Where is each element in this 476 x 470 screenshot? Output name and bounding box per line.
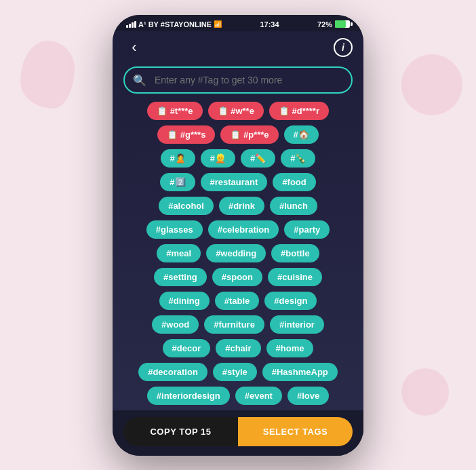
tag-item[interactable]: #cuisine [268,268,322,286]
tag-item[interactable]: #👱 [201,149,235,168]
tag-item[interactable]: #interiordesign [147,387,230,405]
tag-row: #decor#chair#home [121,339,355,357]
tag-item[interactable]: #bottle [271,244,319,262]
back-button[interactable]: ‹ [123,37,145,58]
status-bar: A¹ BY #STAYONLINE 📶 17:34 72% [113,15,363,31]
search-container: 🔍 [123,66,353,94]
tag-item[interactable]: #celebration [208,220,279,239]
decorative-blob-topright [401,54,462,115]
carrier-name: A¹ BY #STAYONLINE [138,20,212,28]
bottom-bar: COPY TOP 15 SELECT TAGS [113,410,363,456]
tag-row: #alcohol#drink#lunch [121,197,355,215]
signal-bar-1 [126,25,128,28]
tag-item[interactable]: #furniture [204,315,264,334]
signal-bar-4 [134,21,136,28]
tag-item[interactable]: #spoon [212,268,262,286]
tag-item[interactable]: #🍾 [281,149,315,168]
tag-item[interactable]: #✏️ [241,149,275,168]
tag-row: #glasses#celebration#party [121,220,355,239]
signal-bar-3 [132,22,134,28]
tag-row: #dining#table#design [121,292,355,310]
tag-row: 📋 #t***e📋 #w**e📋 #d****r [121,102,355,120]
tag-item[interactable]: #interior [270,315,324,334]
tag-item[interactable]: #home [266,339,314,357]
tag-item[interactable]: #restaurant [201,173,268,191]
tag-item[interactable]: #love [287,387,329,405]
tag-item[interactable]: #🏠 [284,125,319,144]
tag-item[interactable]: #wood [152,315,199,334]
tag-item[interactable]: #food [273,173,315,191]
tag-item[interactable]: #style [213,363,257,381]
tag-item[interactable]: #HashmeApp [262,363,338,381]
tag-row: #2️⃣#restaurant#food [121,173,355,191]
tag-item[interactable]: #setting [154,268,207,286]
tag-item[interactable]: #2️⃣ [160,173,195,191]
tag-item[interactable]: #decoration [138,363,207,381]
tag-item[interactable]: #alcohol [159,197,214,215]
tag-item[interactable]: 📋 #p***e [220,125,278,144]
signal-bars [126,21,136,28]
tag-row: #interiordesign#event#love [121,387,355,405]
tag-row: #setting#spoon#cuisine [121,268,355,286]
tags-area: 📋 #t***e📋 #w**e📋 #d****r📋 #g***s📋 #p***e… [113,102,363,410]
info-button[interactable]: i [334,38,353,57]
tag-item[interactable]: 📋 #d****r [269,102,329,120]
select-tags-button[interactable]: SELECT TAGS [238,417,353,446]
phone-frame: A¹ BY #STAYONLINE 📶 17:34 72% ‹ i 🔍 📋 #t… [113,15,363,456]
search-icon: 🔍 [133,73,146,86]
tag-item[interactable]: #table [215,292,260,310]
top-nav: ‹ i [113,31,363,64]
tag-item[interactable]: 📋 #g***s [157,125,215,144]
decorative-blob-bottomright [401,368,449,416]
status-left: A¹ BY #STAYONLINE 📶 [126,20,222,28]
tag-item[interactable]: #glasses [146,220,203,239]
tag-row: #wood#furniture#interior [121,315,355,334]
tag-item[interactable]: 📋 #t***e [147,102,203,120]
tag-item[interactable]: #dining [159,292,210,310]
tag-item[interactable]: #meal [157,244,201,262]
search-input[interactable] [123,66,353,94]
tag-item[interactable]: 📋 #w**e [208,102,264,120]
tag-item[interactable]: #🙎 [161,149,195,168]
battery-fill [335,20,346,28]
tag-item[interactable]: #wedding [206,244,266,262]
wifi-icon: 📶 [214,20,222,28]
main-content: ‹ i 🔍 📋 #t***e📋 #w**e📋 #d****r📋 #g***s📋 … [113,31,363,456]
battery-pct: 72% [317,20,332,28]
tag-row: #meal#wedding#bottle [121,244,355,262]
tag-item[interactable]: #party [284,220,330,239]
status-right: 72% [317,20,350,28]
tag-item[interactable]: #drink [219,197,264,215]
tag-item[interactable]: #lunch [270,197,317,215]
decorative-blob-topleft [20,41,75,109]
tag-item[interactable]: #design [264,292,317,310]
copy-top-15-button[interactable]: COPY TOP 15 [123,417,238,446]
tag-row: 📋 #g***s📋 #p***e#🏠 [121,125,355,144]
status-time: 17:34 [260,20,279,28]
tag-item[interactable]: #chair [216,339,260,357]
tag-row: #🙎#👱#✏️#🍾 [121,149,355,168]
tag-item[interactable]: #decor [163,339,211,357]
signal-bar-2 [129,24,131,28]
battery-icon [335,20,350,28]
tag-row: #decoration#style#HashmeApp [121,363,355,381]
tag-item[interactable]: #event [235,387,282,405]
